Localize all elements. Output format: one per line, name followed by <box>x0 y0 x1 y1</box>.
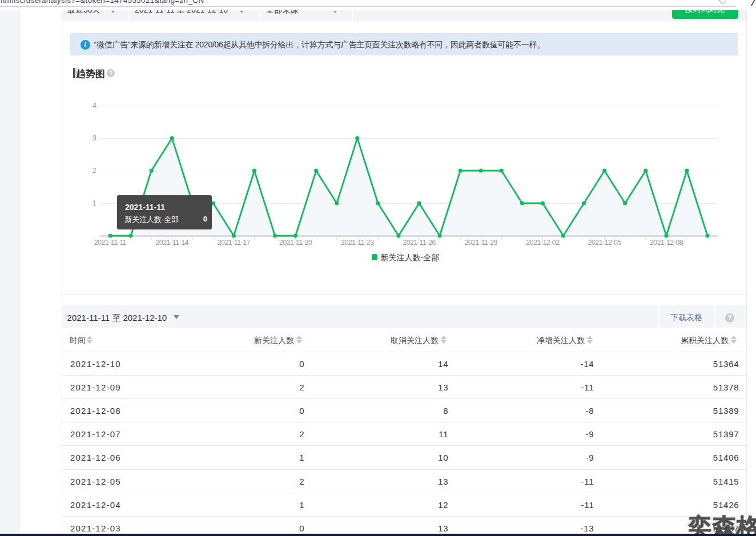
svg-text:1: 1 <box>93 199 96 207</box>
svg-text:2021-11-17: 2021-11-17 <box>218 239 251 247</box>
svg-text:2021-12-05: 2021-12-05 <box>588 239 622 247</box>
svg-text:2021-11-29: 2021-11-29 <box>464 239 497 247</box>
svg-text:3: 3 <box>93 134 96 142</box>
svg-text:4: 4 <box>93 102 96 110</box>
svg-text:2021-12-08: 2021-12-08 <box>650 239 683 247</box>
svg-text:2021-11-23: 2021-11-23 <box>341 239 374 247</box>
svg-text:2021-11-11: 2021-11-11 <box>94 239 127 247</box>
svg-text:2021-11-26: 2021-11-26 <box>403 239 436 247</box>
svg-text:2021-11-14: 2021-11-14 <box>155 239 188 247</box>
svg-text:2: 2 <box>93 167 96 175</box>
svg-text:2021-12-02: 2021-12-02 <box>526 239 560 247</box>
svg-text:2021-11-20: 2021-11-20 <box>279 239 312 247</box>
